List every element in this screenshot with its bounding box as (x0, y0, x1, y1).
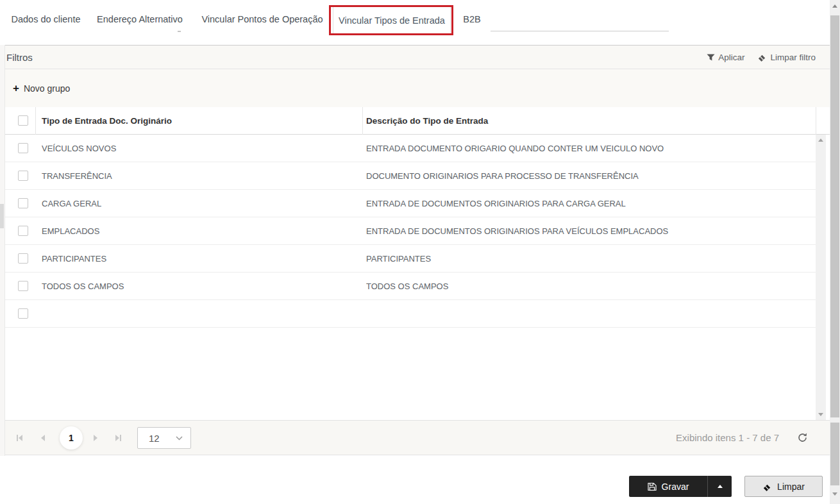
pager: 1 12 Exibindo itens 1 - 7 de 7 (0, 420, 830, 455)
page-size-dropdown[interactable]: 12 (137, 427, 191, 449)
scrollbar-thumb[interactable] (0, 204, 4, 228)
grid-toolbar: + Novo grupo (0, 69, 830, 107)
plus-icon: + (13, 83, 19, 94)
seek-last-icon (115, 435, 119, 441)
grid-scrollbar[interactable] (816, 135, 826, 420)
filters-actions: Aplicar Limpar filtro (707, 53, 816, 62)
tab-vincular-pontos-de-operacao[interactable]: Vincular Pontos de Operação (196, 0, 328, 38)
tab-strip: Dados do cliente Endereço Alternativo Vi… (0, 0, 830, 38)
refresh-icon (797, 432, 808, 443)
last-page-button[interactable] (115, 421, 121, 455)
cell-tipo: TODOS OS CAMPOS (42, 273, 124, 300)
clear-button[interactable]: Limpar (744, 476, 823, 497)
cell-tipo: VEÍCULOS NOVOS (42, 135, 116, 162)
column-separator (35, 107, 36, 135)
column-header-tipo[interactable]: Tipo de Entrada Doc. Originário (42, 107, 172, 135)
scroll-up-icon[interactable] (818, 139, 823, 142)
chevron-down-icon (176, 436, 183, 441)
scroll-down-icon[interactable] (818, 413, 823, 416)
clear-filter-button[interactable]: Limpar filtro (757, 53, 816, 62)
row-checkbox[interactable] (18, 281, 28, 291)
table-row[interactable]: VEÍCULOS NOVOS ENTRADA DOCUMENTO ORIGARI… (0, 135, 816, 162)
save-split-button[interactable]: Gravar (629, 476, 732, 497)
column-separator (362, 107, 363, 135)
seek-first-bar (17, 435, 18, 441)
cell-descricao: TODOS OS CAMPOS (366, 273, 448, 300)
column-header-descricao[interactable]: Descrição do Tipo de Entrada (366, 107, 488, 135)
row-checkbox[interactable] (18, 171, 28, 181)
row-checkbox[interactable] (18, 198, 28, 208)
eraser-icon (757, 53, 767, 62)
cell-tipo: TRANSFERÊNCIA (42, 162, 112, 190)
row-checkbox[interactable] (18, 143, 28, 153)
save-icon (648, 482, 657, 491)
seek-first-icon (19, 435, 22, 441)
apply-filter-button[interactable]: Aplicar (707, 53, 744, 62)
row-checkbox[interactable] (18, 253, 28, 264)
tab-vincular-tipos-de-entrada[interactable]: Vincular Tipos de Entrada (333, 6, 451, 35)
apply-filter-label: Aplicar (718, 53, 744, 62)
tabstrip-underline (491, 31, 669, 31)
row-checkbox[interactable] (18, 308, 28, 319)
column-separator (816, 107, 816, 135)
left-edge-scrollbar[interactable] (0, 45, 5, 456)
save-options-button[interactable] (708, 476, 732, 497)
select-all-checkbox[interactable] (18, 115, 28, 126)
client-registration-dialog: Dados do cliente Endereço Alternativo Vi… (0, 0, 840, 504)
new-group-label: Novo grupo (24, 83, 70, 94)
previous-page-button[interactable] (41, 421, 45, 455)
cell-tipo: PARTICIPANTES (42, 245, 106, 273)
table-row[interactable]: PARTICIPANTES PARTICIPANTES (0, 245, 816, 273)
arrow-up-icon (718, 485, 723, 488)
pager-status: Exibindo itens 1 - 7 de 7 (676, 421, 779, 455)
table-row[interactable] (0, 300, 816, 328)
eraser-icon (762, 482, 772, 491)
page-scrollbar[interactable] (830, 0, 840, 504)
scroll-up-icon[interactable] (832, 4, 837, 8)
scrollbar-thumb[interactable] (830, 423, 839, 485)
next-page-icon (94, 435, 97, 441)
clear-filter-label: Limpar filtro (770, 53, 816, 62)
table-row[interactable]: TRANSFERÊNCIA DOCUMENTO ORIGINARIOS PARA… (0, 162, 816, 190)
cell-descricao: ENTRADA DE DOCUMENTOS ORIGINARIOS PARA C… (366, 190, 626, 217)
refresh-button[interactable] (797, 432, 808, 446)
table-row[interactable]: EMPLACADOS ENTRADA DE DOCUMENTOS ORIGINA… (0, 217, 816, 245)
save-label: Gravar (662, 482, 689, 492)
cell-tipo: CARGA GERAL (42, 190, 101, 217)
tab-b2b[interactable]: B2B (456, 0, 488, 38)
tab-endereco-alternativo[interactable]: Endereço Alternativo (90, 0, 190, 38)
grid-header: Tipo de Entrada Doc. Originário Descriçã… (0, 107, 830, 135)
cell-descricao: ENTRADA DE DOCUMENTOS ORIGINARIOS PARA V… (366, 217, 668, 245)
save-button[interactable]: Gravar (629, 476, 707, 497)
filter-funnel-icon (707, 53, 715, 62)
cell-tipo: EMPLACADOS (42, 217, 99, 245)
seek-last-bar (120, 435, 121, 441)
tab-dados-do-cliente[interactable]: Dados do cliente (5, 0, 87, 38)
table-row[interactable]: CARGA GERAL ENTRADA DE DOCUMENTOS ORIGIN… (0, 190, 816, 217)
tab-indicator-dash (178, 31, 181, 32)
next-page-button[interactable] (94, 421, 97, 455)
previous-page-icon (41, 435, 45, 441)
grid-body: VEÍCULOS NOVOS ENTRADA DOCUMENTO ORIGARI… (0, 135, 830, 420)
new-group-button[interactable]: + Novo grupo (13, 83, 70, 94)
row-checkbox[interactable] (18, 226, 28, 236)
filters-bar: Filtros Aplicar Limpar filtro (0, 45, 830, 69)
scrollbar-thumb[interactable] (830, 15, 839, 417)
first-page-button[interactable] (17, 421, 22, 455)
cell-descricao: ENTRADA DOCUMENTO ORIGARIO QUANDO CONTER… (366, 135, 664, 162)
cell-descricao: PARTICIPANTES (366, 245, 431, 273)
clear-label: Limpar (777, 482, 805, 492)
page-size-value: 12 (149, 433, 160, 444)
filters-title: Filtros (6, 52, 33, 63)
table-row[interactable]: TODOS OS CAMPOS TODOS OS CAMPOS (0, 273, 816, 300)
scroll-down-icon[interactable] (832, 492, 837, 496)
page-number-button[interactable]: 1 (60, 426, 83, 449)
cell-descricao: DOCUMENTO ORIGINARIOS PARA PROCESSO DE T… (366, 162, 639, 190)
